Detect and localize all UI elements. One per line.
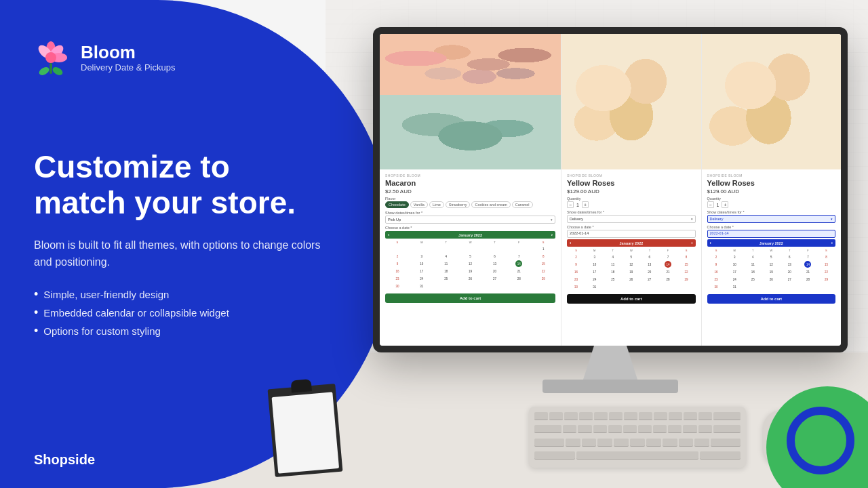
keyboard: [529, 407, 746, 468]
bullet-text-3: Options for custom styling: [43, 325, 161, 337]
cal-2-row-3: 9 10 11 12 13 14 15: [567, 261, 695, 268]
logo-text: Bloom Delivery Date & Pickups: [81, 43, 175, 73]
product-image-macarons-top: [380, 34, 561, 95]
cal-1-row-3: 9 10 11 12 13 14 15: [385, 260, 555, 267]
cal-1-day-headers: S M T W T F S: [385, 240, 555, 245]
bullet-item-1: Simple, user-friendly design: [34, 285, 326, 304]
bloom-logo-icon: [31, 37, 71, 78]
cal-3-row-6: 30 31: [707, 283, 835, 290]
cal-2-prev[interactable]: ‹: [570, 241, 571, 245]
deco-blue-ring: [787, 407, 854, 474]
cal-1-row-5: 23 24 25 26 27 28 29: [385, 275, 555, 282]
panel-3-qty-plus[interactable]: +: [722, 201, 728, 208]
key: [713, 412, 741, 420]
svg-rect-7: [50, 63, 52, 74]
key: [578, 425, 591, 433]
panel-3-datetime-label: Show dates/times for *: [707, 210, 835, 214]
panel-2-qty-minus[interactable]: −: [567, 201, 574, 208]
flavor-chocolate[interactable]: Chocolate: [385, 201, 409, 208]
panel-1-content: SHOPSIDE BLOOM Macaron $2.50 AUD Flavor …: [380, 169, 561, 346]
bullet-text-1: Simple, user-friendly design: [43, 289, 169, 300]
keyboard-keys: [534, 412, 741, 462]
flavor-strawberry[interactable]: Strawberry: [446, 201, 471, 208]
panel-2-add-cart-btn[interactable]: Add to cart: [567, 294, 695, 304]
key: [639, 412, 652, 420]
body-text: Bloom is built to fit all themes, with o…: [34, 237, 326, 271]
panel-3-date-input[interactable]: 2022-01-14: [707, 230, 835, 238]
cal-1-row-1: 1: [385, 245, 555, 252]
headline: Customize to match your store.: [34, 149, 326, 221]
panel-1-price: $2.50 AUD: [385, 188, 555, 195]
monitor-container: SHOPSIDE BLOOM Macaron $2.50 AUD Flavor …: [373, 27, 868, 434]
cal-1-row-4: 16 17 18 19 20 21 22: [385, 268, 555, 274]
panel-3-qty-minus[interactable]: −: [707, 201, 714, 208]
panel-1-add-cart-btn[interactable]: Add to cart: [385, 293, 555, 303]
panel-2-content: SHOPSIDE BLOOM Yellow Roses $129.00 AUD …: [561, 169, 701, 346]
key: [623, 425, 637, 433]
cal-1-next[interactable]: ›: [551, 232, 553, 237]
cal-2-row-5: 23 24 25 26 27 28 29: [567, 276, 695, 283]
key: [694, 439, 709, 447]
panel-1-date-label: Choose a date *: [385, 226, 555, 230]
key: [549, 412, 563, 420]
panel-2-datetime-label: Show dates/times for *: [567, 210, 695, 214]
panel-1-calendar: ‹ January 2022 › S M T W T F S: [385, 231, 555, 289]
cal-3-header: ‹ January 2022 ›: [707, 239, 835, 247]
cal-3-prev[interactable]: ‹: [710, 241, 711, 245]
key: [653, 425, 667, 433]
macaron-bottom-image: [380, 95, 561, 169]
panel-3-delivery-dropdown[interactable]: Delivery ▾: [707, 215, 835, 223]
cal-2-month: January 2022: [619, 241, 643, 245]
cal-1-prev[interactable]: ‹: [388, 232, 389, 237]
panel-2-qty-plus[interactable]: +: [582, 201, 589, 208]
key: [698, 412, 712, 420]
panel-2-delivery-dropdown[interactable]: Delivery ▾: [567, 215, 695, 223]
key: [684, 412, 697, 420]
cal-1-row-2: 2 3 4 5 6 7 8: [385, 253, 555, 260]
product-image-macarons-bottom: [380, 95, 561, 169]
cal-2-next[interactable]: ›: [691, 241, 692, 245]
svg-point-5: [38, 66, 51, 77]
key: [608, 425, 622, 433]
panel-3-price: $129.00 AUD: [707, 188, 835, 195]
clipboard-clip: [291, 379, 312, 393]
panel-1-pickup-dropdown[interactable]: Pick Up ▾: [385, 216, 555, 224]
panel-1-flavor-label: Flavor: [385, 197, 555, 201]
panel-2-qty-label: Quantity: [567, 197, 695, 201]
key: [582, 439, 597, 447]
cal-3-next[interactable]: ›: [831, 241, 833, 245]
panel-3-calendar: ‹ January 2022 › S M T W T F S: [707, 239, 835, 290]
panel-2-name: Yellow Roses: [567, 179, 695, 187]
flavor-cookies[interactable]: Cookies and cream: [471, 201, 510, 208]
roses-bg-2: [702, 34, 841, 169]
shopside-brand: Shopside: [34, 452, 95, 468]
key: [593, 425, 607, 433]
panel-3-brand: SHOPSIDE BLOOM: [707, 174, 835, 178]
panel-2-qty-val: 1: [576, 203, 579, 207]
key: [609, 412, 623, 420]
panel-3-qty-label: Quantity: [707, 197, 835, 201]
product-panel-roses-black: SHOPSIDE BLOOM Yellow Roses $129.00 AUD …: [561, 34, 701, 346]
flavor-vanilla[interactable]: Vanilla: [410, 201, 428, 208]
flavor-lime[interactable]: Lime: [429, 201, 444, 208]
product-panel-macaron: SHOPSIDE BLOOM Macaron $2.50 AUD Flavor …: [380, 34, 561, 346]
flavor-tags: Chocolate Vanilla Lime Strawberry Cookie…: [385, 201, 555, 208]
panel-2-date-label: Choose a date *: [567, 225, 695, 229]
key: [534, 451, 575, 460]
key: [668, 425, 682, 433]
panel-3-add-cart-btn[interactable]: Add to cart: [707, 294, 835, 304]
logo-title: Bloom: [81, 43, 175, 62]
panel-2-date-input[interactable]: 2022-01-14: [567, 230, 695, 238]
cal-1-header: ‹ January 2022 ›: [385, 231, 555, 239]
bullet-list: Simple, user-friendly design Embedded ca…: [34, 285, 326, 340]
space-key: [576, 451, 698, 460]
key: [630, 439, 645, 447]
key: [624, 412, 637, 420]
key: [663, 439, 677, 447]
cal-3-row-3: 9 10 11 12 13 14 15: [707, 261, 835, 268]
cal-2-row-6: 30 31: [567, 283, 695, 290]
flavor-caramel[interactable]: Caramel: [512, 201, 533, 208]
cal-2-row-4: 16 17 18 19 20 21 22: [567, 268, 695, 275]
key: [711, 439, 741, 447]
panel-3-qty-row: − 1 +: [707, 201, 835, 208]
